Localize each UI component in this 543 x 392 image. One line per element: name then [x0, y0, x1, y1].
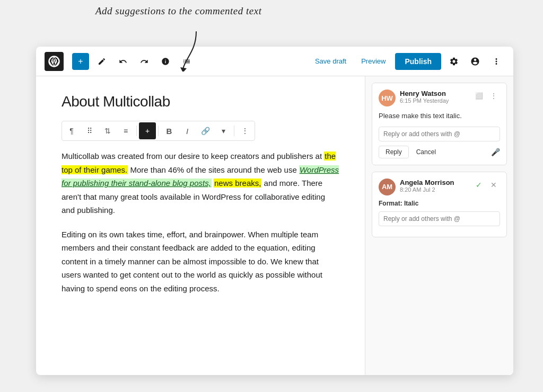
- comment-time-1: 6:15 PM Yesterday: [400, 97, 468, 104]
- drag-tool[interactable]: ⠿: [81, 122, 98, 139]
- more-icon: [492, 57, 501, 66]
- paragraph-2: Editing on its own takes time, effort, a…: [62, 228, 339, 296]
- add-inline-tool[interactable]: +: [139, 122, 156, 139]
- reply-input-2[interactable]: [379, 211, 500, 226]
- comment-meta-2: Angela Morrison 8:20 AM Jul 2: [400, 179, 468, 193]
- comment-header-2: AM Angela Morrison 8:20 AM Jul 2 ✓ ✕: [379, 179, 500, 195]
- post-title: About Multicollab: [62, 93, 339, 110]
- toolbar-divider-3: [234, 126, 234, 136]
- settings-button[interactable]: [445, 53, 462, 70]
- comment-card-2: AM Angela Morrison 8:20 AM Jul 2 ✓ ✕ For…: [372, 172, 507, 237]
- undo-icon: [119, 57, 127, 66]
- comment-badge-2: Format: Italic: [379, 200, 500, 207]
- options-tool[interactable]: ⋮: [237, 122, 253, 139]
- annotation-text: Add suggestions to the commented text: [95, 5, 261, 16]
- comment-actions-1: ⬜ ⋮: [472, 90, 500, 102]
- bold-tool[interactable]: B: [161, 122, 178, 139]
- avatar-henry: HW: [379, 90, 396, 106]
- reply-button-1[interactable]: Reply: [379, 146, 409, 158]
- profile-button[interactable]: [467, 53, 484, 70]
- profile-icon: [470, 57, 480, 66]
- toolbar-divider-2: [158, 126, 159, 136]
- info-button[interactable]: [157, 53, 174, 70]
- comment-time-2: 8:20 AM Jul 2: [400, 186, 468, 193]
- dismiss-comment-btn[interactable]: ✕: [487, 179, 500, 191]
- paragraph-1: Multicollab was created from our desire …: [62, 149, 339, 217]
- redo-button[interactable]: [136, 53, 153, 70]
- redo-icon: [140, 57, 148, 66]
- comments-sidebar: HW Henry Watson 6:15 PM Yesterday ⬜ ⋮ Pl…: [365, 76, 513, 375]
- annotation: Add suggestions to the commented text: [95, 5, 261, 17]
- italic-tool[interactable]: I: [179, 122, 196, 139]
- svg-marker-0: [180, 67, 187, 72]
- annotation-arrow: [180, 29, 223, 72]
- approve-comment-btn[interactable]: ✓: [472, 179, 485, 191]
- paragraph-tool[interactable]: ¶: [63, 122, 80, 139]
- audio-button-1[interactable]: 🎤: [491, 148, 500, 156]
- comment-author-1: Henry Watson: [400, 90, 468, 97]
- editor-panel[interactable]: About Multicollab ¶ ⠿ ⇅ ≡ + B I 🔗 ▾ ⋮: [36, 76, 365, 375]
- info-icon: [161, 57, 170, 66]
- highlight-yellow-1: the top of their games.: [62, 152, 336, 174]
- reply-input-1[interactable]: [379, 127, 500, 141]
- comment-text-1: Please make this text italic.: [379, 111, 500, 121]
- settings-icon: [449, 57, 459, 66]
- wp-logo-icon: W: [48, 55, 60, 68]
- add-icon: +: [78, 57, 83, 66]
- comment-card-1: HW Henry Watson 6:15 PM Yesterday ⬜ ⋮ Pl…: [372, 83, 507, 165]
- comment-header-1: HW Henry Watson 6:15 PM Yesterday ⬜ ⋮: [379, 90, 500, 106]
- preview-button[interactable]: Preview: [356, 54, 391, 68]
- undo-button[interactable]: [115, 53, 132, 70]
- pencil-button[interactable]: [93, 53, 110, 70]
- align-tool[interactable]: ≡: [117, 122, 134, 139]
- wp-logo: W: [45, 52, 64, 71]
- block-toolbar: ¶ ⠿ ⇅ ≡ + B I 🔗 ▾ ⋮: [62, 121, 255, 141]
- comment-author-2: Angela Morrison: [400, 179, 468, 186]
- avatar-angela: AM: [379, 179, 396, 195]
- link-tool[interactable]: 🔗: [197, 122, 214, 139]
- post-body: Multicollab was created from our desire …: [62, 149, 339, 295]
- editor-container: W + Save draft Preview Publish: [36, 47, 513, 375]
- reply-actions-1: Reply Cancel 🎤: [379, 146, 500, 158]
- pencil-icon: [98, 57, 106, 66]
- publish-button[interactable]: Publish: [395, 53, 441, 70]
- comment-meta-1: Henry Watson 6:15 PM Yesterday: [400, 90, 468, 104]
- svg-text:W: W: [51, 58, 57, 65]
- highlight-yellow-2: news breaks,: [214, 179, 261, 188]
- add-block-button[interactable]: +: [72, 53, 89, 70]
- toolbar-divider: [136, 126, 137, 136]
- more-options-button[interactable]: [488, 53, 505, 70]
- expand-comment-btn[interactable]: ⬜: [472, 90, 485, 102]
- more-comment-btn[interactable]: ⋮: [487, 90, 500, 102]
- comment-actions-2: ✓ ✕: [472, 179, 500, 191]
- save-draft-button[interactable]: Save draft: [310, 54, 352, 68]
- content-area: About Multicollab ¶ ⠿ ⇅ ≡ + B I 🔗 ▾ ⋮: [36, 76, 513, 375]
- main-toolbar: W + Save draft Preview Publish: [36, 47, 513, 76]
- move-tool[interactable]: ⇅: [99, 122, 116, 139]
- cancel-button-1[interactable]: Cancel: [412, 146, 440, 158]
- more-tool[interactable]: ▾: [215, 122, 232, 139]
